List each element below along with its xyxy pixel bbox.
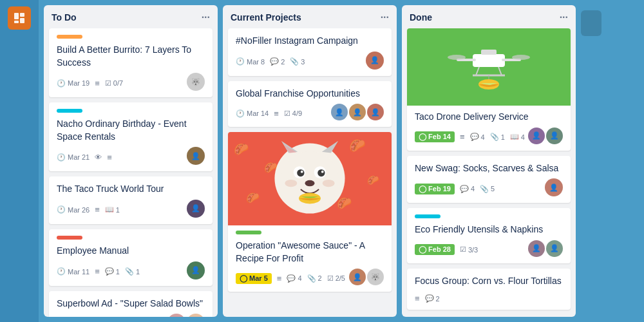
svg-rect-0 xyxy=(14,13,19,19)
column-cards-todo: Build A Better Burrito: 7 Layers To Succ… xyxy=(44,28,218,317)
book-meta: 📖1 xyxy=(105,205,120,214)
date-meta: 🕐Mar 19 xyxy=(57,79,90,88)
card-d1[interactable]: Taco Drone Delivery Service◯ Feb 14≡💬4📎1… xyxy=(407,28,571,151)
comment-meta: 💬2 xyxy=(425,294,440,303)
avatar: 🐺 xyxy=(187,73,205,91)
comment-icon: 💬 xyxy=(270,57,279,66)
column-todo: To Do···Build A Better Burrito: 7 Layers… xyxy=(44,5,218,317)
clock-icon: 🕐 xyxy=(57,153,66,162)
column-header-done: Done··· xyxy=(402,5,576,28)
column-menu-button[interactable]: ··· xyxy=(381,12,389,23)
svg-text:🌮: 🌮 xyxy=(246,191,260,205)
clip-icon: 📎 xyxy=(307,274,316,283)
svg-rect-3 xyxy=(14,21,19,23)
checklist-meta: ☑4/9 xyxy=(284,109,302,118)
column-menu-button[interactable]: ··· xyxy=(560,12,568,23)
svg-rect-25 xyxy=(473,54,505,67)
clock-icon: 🕐 xyxy=(57,267,66,276)
avatar: 👤 xyxy=(187,200,205,218)
column-title: Current Projects xyxy=(231,12,301,23)
avatar: 👤 xyxy=(187,314,205,317)
card-d3[interactable]: Eco Friendly Utensils & Napkins◯ Feb 28☑… xyxy=(407,208,571,263)
card-d2[interactable]: New Swag: Socks, Scarves & Salsa◯ Feb 19… xyxy=(407,156,571,204)
svg-point-17 xyxy=(297,169,304,176)
add-list-button[interactable] xyxy=(581,10,601,36)
card-meta: ◯ Feb 14≡💬4📎1📖4 xyxy=(415,131,525,142)
card-footer: 🕐Mar 21👁≡👤 xyxy=(57,147,205,165)
card-d4[interactable]: Focus Group: Corn vs. Flour Tortillas≡💬2 xyxy=(407,269,571,310)
card-label xyxy=(57,236,82,240)
lines-icon: ≡ xyxy=(95,267,100,276)
card-title: Operation "Awesome Sauce" - A Recipe For… xyxy=(236,240,384,265)
date-badge: ◯ Feb 14 xyxy=(415,131,455,142)
attachment-meta: 📎3 xyxy=(290,57,305,66)
card-footer: 🕐Mar 11≡💬1📎1👤 xyxy=(57,261,205,279)
card-meta: 🕐Mar 14≡☑4/9 xyxy=(236,109,302,118)
avatar: 👤 xyxy=(331,104,348,120)
card-label xyxy=(57,35,82,39)
date-badge: ◯ Feb 19 xyxy=(415,184,455,194)
avatar-group: 👤🐺 xyxy=(349,269,384,285)
card-c2[interactable]: Nacho Ordinary Birthday - Event Space Re… xyxy=(49,102,213,171)
card-c1[interactable]: Build A Better Burrito: 7 Layers To Succ… xyxy=(49,28,213,97)
avatar-group: 🐺 xyxy=(187,73,205,91)
card-meta: ≡💬2 xyxy=(415,294,440,303)
svg-point-30 xyxy=(512,55,530,60)
avatar: 🐺 xyxy=(367,269,384,285)
lines-icon: ≡ xyxy=(277,274,282,283)
card-p1[interactable]: #NoFiller Instagram Campaign🕐Mar 8💬2📎3👤 xyxy=(228,28,392,76)
svg-line-32 xyxy=(498,67,502,75)
description-meta: ≡ xyxy=(107,153,112,162)
card-footer: ◯ Feb 28☑3/3👤👤 xyxy=(415,240,563,257)
card-title: Global Franchise Opportunities xyxy=(236,88,384,100)
comment-meta: 💬1 xyxy=(105,267,120,276)
svg-text:🌮: 🌮 xyxy=(367,175,379,186)
description-meta: ≡ xyxy=(277,274,282,283)
avatar: 👤 xyxy=(367,104,384,120)
column-menu-button[interactable]: ··· xyxy=(202,12,210,23)
card-footer: 🕐Mar 26≡📖1👤 xyxy=(57,200,205,218)
card-footer: 🕐Mar 14≡☑4/9👤👤👤 xyxy=(236,104,384,120)
svg-point-21 xyxy=(305,180,314,186)
card-p2[interactable]: Global Franchise Opportunities🕐Mar 14≡☑4… xyxy=(228,81,392,128)
date-meta: 🕐Mar 11 xyxy=(57,267,90,276)
description-meta: ≡ xyxy=(95,205,100,214)
card-c4[interactable]: Employee Manual🕐Mar 11≡💬1📎1👤 xyxy=(49,229,213,286)
svg-rect-2 xyxy=(20,18,24,23)
card-footer: 🕐Mar 19≡☑0/7🐺 xyxy=(57,73,205,91)
checklist-meta: ☑3/3 xyxy=(460,245,478,254)
card-p3[interactable]: 🌮 🌮 🌮 🌮 🌮 🌮 xyxy=(228,132,392,292)
card-footer: ≡💬2 xyxy=(415,291,563,303)
attachment-meta: 📎2 xyxy=(307,274,322,283)
card-title: New Swag: Socks, Scarves & Salsa xyxy=(415,162,563,175)
avatar-group: 👤 xyxy=(187,200,205,218)
avatar: 👤 xyxy=(545,178,563,196)
avatar: 👤 xyxy=(546,240,563,257)
check-icon: ☑ xyxy=(284,109,290,118)
card-title: Eco Friendly Utensils & Napkins xyxy=(415,223,563,236)
clock-icon: 🕐 xyxy=(57,79,66,88)
avatar-group: 👤 xyxy=(187,261,205,279)
avatar: 👤 xyxy=(349,269,366,285)
husky-image: 🌮 🌮 🌮 🌮 🌮 🌮 xyxy=(228,132,392,225)
attachment-meta: 📎1 xyxy=(490,133,505,141)
avatar-group: 👤 xyxy=(187,147,205,165)
card-meta: ◯ Mar 5≡💬4📎2☑2/5 xyxy=(236,273,345,284)
card-label xyxy=(236,231,261,234)
watch-meta: 👁 xyxy=(95,153,102,161)
svg-point-29 xyxy=(448,55,466,60)
avatar-group: 👤👤 xyxy=(167,314,205,317)
comment-icon: 💬 xyxy=(287,274,296,283)
card-c5[interactable]: Superbowl Ad - "Super Salad Bowls"🕐Mar 2… xyxy=(49,291,213,317)
svg-text:🌮: 🌮 xyxy=(349,137,366,154)
avatar-group: 👤👤👤 xyxy=(331,104,384,120)
svg-line-31 xyxy=(476,67,479,75)
card-title: Build A Better Burrito: 7 Layers To Succ… xyxy=(57,44,205,69)
avatar: 👤 xyxy=(546,128,563,144)
date-meta: 🕐Mar 21 xyxy=(57,153,90,162)
comment-icon: 💬 xyxy=(470,133,479,141)
card-c3[interactable]: The Taco Truck World Tour🕐Mar 26≡📖1👤 xyxy=(49,176,213,224)
book-icon: 📖 xyxy=(510,133,519,141)
checklist-meta: ☑0/7 xyxy=(105,79,123,88)
board-icon[interactable] xyxy=(8,6,31,30)
